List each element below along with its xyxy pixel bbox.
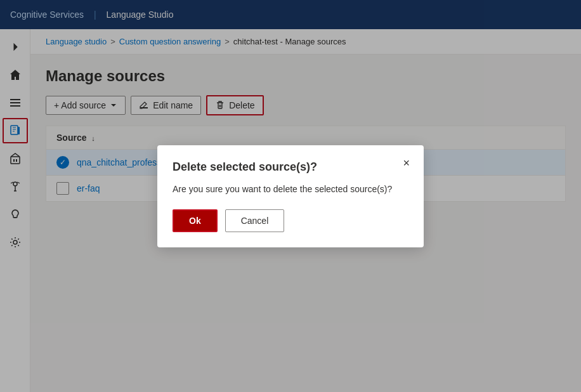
delete-dialog: × Delete selected source(s)? Are you sur… <box>157 145 424 247</box>
dialog-ok-button[interactable]: Ok <box>173 209 218 232</box>
dialog-body: Are you sure you want to delete the sele… <box>173 184 408 194</box>
dialog-actions: Ok Cancel <box>173 209 408 232</box>
dialog-overlay: × Delete selected source(s)? Are you sur… <box>0 0 581 392</box>
dialog-title: Delete selected source(s)? <box>173 160 408 174</box>
dialog-close-button[interactable]: × <box>399 155 414 171</box>
dialog-cancel-button[interactable]: Cancel <box>225 209 285 232</box>
